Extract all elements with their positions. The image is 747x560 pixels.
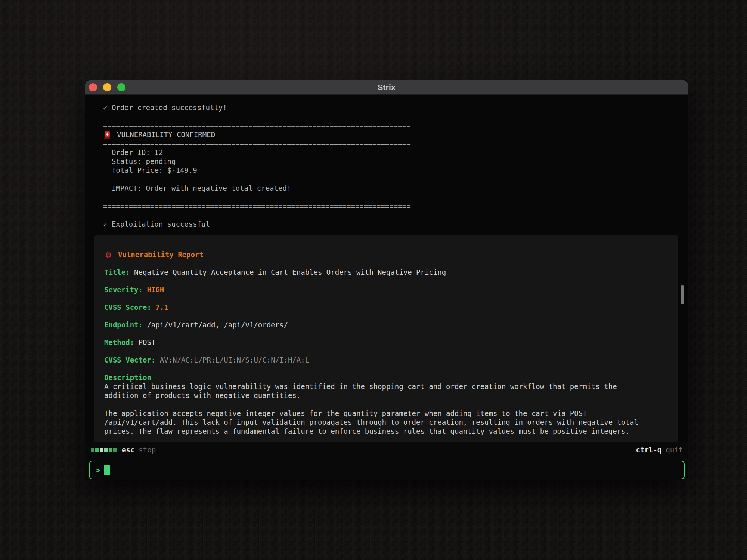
command-input[interactable]: >	[89, 461, 685, 479]
impact-line: IMPACT: Order with negative total create…	[103, 184, 688, 193]
report-field-cvss-vector: CVSS Vector:AV:N/AC:L/PR:L/UI:N/S:U/C:N/…	[104, 355, 668, 364]
traffic-light-buttons	[89, 83, 125, 91]
total-price-line: Total Price: $-149.9	[103, 166, 688, 175]
order-status-line: Status: pending	[103, 157, 688, 166]
vulnerability-report-card: Vulnerability Report Title:Negative Quan…	[94, 235, 678, 442]
desktop-background: Strix ✓ Order created successfully! ====…	[0, 0, 747, 560]
field-label: CVSS Score:	[104, 303, 151, 311]
command-input-area: >	[85, 458, 688, 480]
quit-key-hint: ctrl-q	[636, 446, 662, 454]
quit-action-label: quit	[666, 446, 683, 454]
ladybug-icon	[104, 251, 112, 259]
order-success-line: ✓ Order created successfully!	[103, 103, 688, 112]
window-title: Strix	[378, 83, 396, 92]
description-paragraph: The application accepts negative integer…	[104, 409, 647, 436]
field-value: POST	[139, 338, 156, 346]
status-bar: esc stop ctrl-q quit	[85, 442, 688, 458]
separator-line: ========================================…	[103, 139, 688, 148]
exploitation-success-line: ✓ Exploitation successful	[103, 220, 688, 228]
order-id-line: Order ID: 12	[103, 148, 688, 157]
field-label: Severity:	[104, 286, 143, 294]
field-label: Method:	[104, 338, 134, 346]
minimize-button[interactable]	[103, 83, 111, 91]
strix-terminal-window: Strix ✓ Order created successfully! ====…	[85, 80, 688, 480]
esc-action-label: stop	[139, 446, 156, 454]
confirmed-heading-text: VULNERABILITY CONFIRMED	[117, 130, 215, 139]
report-field-method: Method:POST	[104, 338, 668, 347]
field-value: Negative Quantity Acceptance in Cart Ena…	[134, 268, 446, 276]
field-label: Title:	[104, 268, 130, 276]
field-value: /api/v1/cart/add, /api/v1/orders/	[147, 321, 288, 329]
siren-icon	[103, 130, 111, 139]
report-heading-row: Vulnerability Report	[104, 250, 668, 259]
report-field-title: Title:Negative Quantity Acceptance in Ca…	[104, 268, 668, 277]
severity-badge: HIGH	[147, 286, 164, 294]
prompt-symbol: >	[96, 466, 100, 475]
esc-key-hint: esc	[122, 446, 134, 454]
zoom-button[interactable]	[117, 83, 125, 91]
text-cursor	[104, 465, 110, 475]
report-field-cvss-score: CVSS Score:7.1	[104, 303, 668, 312]
window-titlebar[interactable]: Strix	[85, 80, 688, 95]
scrollbar-thumb[interactable]	[681, 285, 684, 304]
terminal-output-area: ✓ Order created successfully! ==========…	[85, 95, 688, 442]
report-heading-text: Vulnerability Report	[118, 250, 204, 259]
report-field-severity: Severity:HIGH	[104, 285, 668, 294]
activity-spinner	[91, 448, 117, 452]
description-heading: Description	[104, 373, 668, 382]
field-value: 7.1	[155, 303, 168, 311]
close-button[interactable]	[89, 83, 97, 91]
separator-line: ========================================…	[103, 202, 688, 211]
description-paragraph: A critical business logic vulnerability …	[104, 382, 647, 400]
vulnerability-confirmed-heading: VULNERABILITY CONFIRMED	[103, 130, 688, 139]
report-description-section: Description A critical business logic vu…	[104, 373, 668, 436]
field-value: AV:N/AC:L/PR:L/UI:N/S:U/C:N/I:H/A:L	[160, 356, 309, 364]
field-label: CVSS Vector:	[104, 356, 155, 364]
field-label: Endpoint:	[104, 321, 143, 329]
report-field-endpoint: Endpoint:/api/v1/cart/add, /api/v1/order…	[104, 320, 668, 329]
separator-line: ========================================…	[103, 121, 688, 130]
